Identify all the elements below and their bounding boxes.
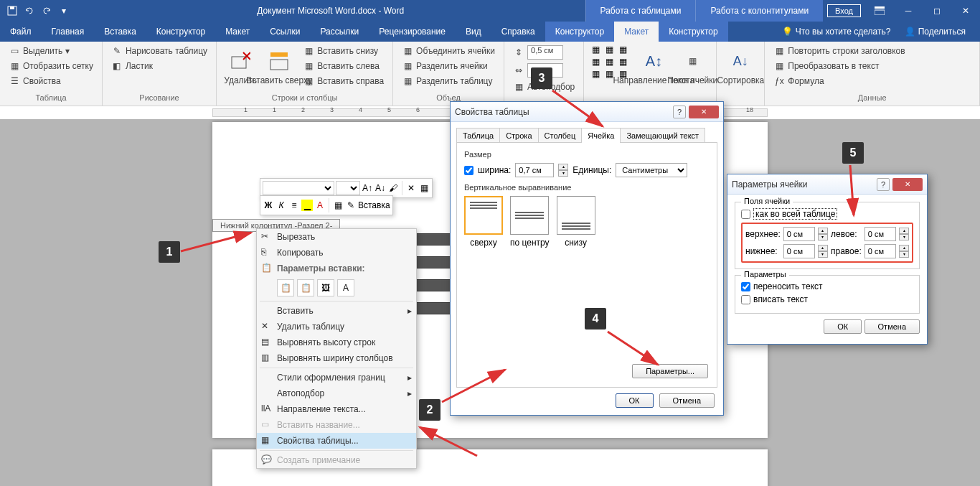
borders-icon[interactable]: ▦ — [332, 200, 344, 211]
valign-bottom[interactable]: снизу — [557, 196, 595, 248]
same-as-table-checkbox[interactable] — [741, 210, 750, 219]
paste-text-icon[interactable]: A — [337, 279, 354, 296]
draw-table-button[interactable]: ✎Нарисовать таблицу — [108, 44, 210, 58]
text-direction-button[interactable]: A↕Направление текста — [636, 44, 672, 91]
tab-review[interactable]: Рецензирование — [369, 22, 456, 42]
split-cells-button[interactable]: ▦Разделить ячейки — [399, 59, 498, 73]
cm-distribute-rows[interactable]: ▤Выровнять высоту строк — [257, 335, 416, 350]
top-spinner[interactable]: ▴▾ — [818, 228, 828, 240]
properties-button[interactable]: ☰Свойства — [6, 74, 96, 88]
right-spinner[interactable]: ▴▾ — [899, 245, 909, 258]
insert-mini-icon[interactable]: ▦ — [418, 182, 430, 194]
cm-text-direction[interactable]: llАНаправление текста... — [257, 401, 416, 417]
tab-view[interactable]: Вид — [456, 22, 491, 42]
left-spinner[interactable]: ▴▾ — [899, 228, 909, 240]
cancel-button[interactable]: Отмена — [659, 393, 715, 408]
font-family-select[interactable] — [263, 181, 334, 195]
paste-keep-formatting-icon[interactable]: 📋 — [277, 279, 294, 296]
insert-below-button[interactable]: ▦Вставить снизу — [300, 44, 387, 58]
fit-text-checkbox[interactable] — [741, 295, 750, 304]
tab-table-layout[interactable]: Макет — [614, 22, 659, 42]
cm-table-properties[interactable]: ▦Свойства таблицы... — [257, 433, 416, 449]
select-button[interactable]: ▭Выделить ▾ — [6, 44, 96, 58]
repeat-headers-button[interactable]: ▦Повторить строки заголовков — [771, 44, 908, 58]
maximize-button[interactable]: ◻ — [923, 0, 951, 22]
insert-left-button[interactable]: ▦Вставить слева — [300, 59, 387, 73]
cm-distribute-cols[interactable]: ▥Выровнять ширину столбцов — [257, 350, 416, 366]
align-mr-icon[interactable]: ▦ — [617, 56, 628, 67]
row-height-input[interactable]: ⇕0,5 см — [510, 44, 578, 61]
wrap-text-checkbox[interactable] — [741, 282, 750, 291]
minimize-button[interactable]: ─ — [894, 0, 923, 22]
align-tl-icon[interactable]: ▦ — [590, 44, 601, 55]
delete-mini-icon[interactable]: ✕ — [405, 182, 417, 194]
view-gridlines-button[interactable]: ▦Отобразить сетку — [6, 59, 96, 73]
save-icon[interactable] — [4, 3, 20, 19]
cm-border-styles[interactable]: Стили оформления границ▸ — [257, 370, 416, 385]
close-icon[interactable]: ✕ — [689, 106, 719, 118]
width-input[interactable] — [515, 163, 554, 177]
tab-insert[interactable]: Вставка — [94, 22, 146, 42]
cm-cut[interactable]: ✂Вырезать — [257, 229, 416, 245]
tab-references[interactable]: Ссылки — [260, 22, 310, 42]
cancel-button[interactable]: Отмена — [864, 319, 920, 334]
merge-cells-button[interactable]: ▦Объединить ячейки — [399, 44, 498, 58]
tab-table-design[interactable]: Конструктор — [545, 22, 614, 42]
tab-design[interactable]: Конструктор — [146, 22, 215, 42]
eraser-button[interactable]: ◧Ластик — [108, 59, 210, 73]
tell-me[interactable]: 💡 Что вы хотите сделать? 👤 Поделиться — [728, 22, 980, 42]
units-select[interactable]: Сантиметры — [616, 163, 687, 177]
width-spinner[interactable]: ▴▾ — [558, 164, 568, 177]
dlg-tab-alt-text[interactable]: Замещающий текст — [620, 128, 705, 143]
close-icon[interactable]: ✕ — [892, 178, 923, 191]
font-color-icon[interactable]: A — [314, 200, 326, 211]
tab-file[interactable]: Файл — [0, 22, 42, 42]
login-button[interactable]: Вход — [827, 4, 861, 17]
qat-dropdown-icon[interactable]: ▾ — [56, 3, 72, 19]
align-tr-icon[interactable]: ▦ — [617, 44, 628, 55]
close-button[interactable]: ✕ — [951, 0, 980, 22]
align-ml-icon[interactable]: ▦ — [590, 56, 601, 67]
cm-autofit[interactable]: Автоподбор▸ — [257, 385, 416, 401]
align-tc-icon[interactable]: ▦ — [603, 44, 615, 55]
insert-above-button[interactable]: Вставить сверху — [261, 44, 297, 91]
align-icon[interactable]: ≡ — [288, 200, 300, 211]
split-table-button[interactable]: ▦Разделить таблицу — [399, 74, 498, 88]
right-margin-input[interactable] — [864, 244, 896, 258]
valign-top[interactable]: сверху — [464, 196, 503, 248]
dialog-titlebar[interactable]: Параметры ячейки ? ✕ — [727, 174, 927, 195]
grow-font-icon[interactable]: A↑ — [362, 182, 373, 194]
valign-center[interactable]: по центру — [510, 196, 550, 248]
help-icon[interactable]: ? — [673, 106, 686, 118]
dlg-tab-row[interactable]: Строка — [499, 128, 538, 143]
ok-button[interactable]: ОК — [616, 393, 654, 408]
help-icon[interactable]: ? — [877, 178, 890, 191]
left-margin-input[interactable] — [864, 227, 896, 241]
highlight-icon[interactable]: ▁ — [301, 200, 313, 211]
bottom-margin-input[interactable] — [783, 244, 815, 258]
share-button[interactable]: 👤 Поделиться — [905, 27, 966, 37]
bold-icon[interactable]: Ж — [263, 200, 274, 211]
cell-margins-button[interactable]: ▦Поля ячейки — [674, 44, 710, 91]
ribbon-options-icon[interactable] — [865, 0, 894, 22]
width-checkbox[interactable] — [464, 166, 473, 175]
cm-copy[interactable]: ⎘Копировать — [257, 245, 416, 261]
ok-button[interactable]: ОК — [824, 319, 862, 334]
shrink-font-icon[interactable]: A↓ — [374, 182, 386, 194]
insert-right-button[interactable]: ▦Вставить справа — [300, 74, 387, 88]
bottom-spinner[interactable]: ▴▾ — [818, 245, 828, 258]
tab-help[interactable]: Справка — [491, 22, 545, 42]
undo-icon[interactable] — [22, 3, 37, 19]
paste-picture-icon[interactable]: 🖼 — [317, 279, 334, 296]
tab-layout[interactable]: Макет — [215, 22, 260, 42]
redo-icon[interactable] — [39, 3, 55, 19]
insert-mini-label[interactable]: Вставка — [358, 200, 390, 210]
tab-header-design[interactable]: Конструктор — [659, 22, 727, 42]
formula-button[interactable]: ƒxФормула — [771, 74, 908, 88]
tab-mailings[interactable]: Рассылки — [310, 22, 369, 42]
tab-home[interactable]: Главная — [42, 22, 95, 42]
italic-icon[interactable]: К — [275, 200, 287, 211]
align-bl-icon[interactable]: ▦ — [590, 68, 601, 80]
align-mc-icon[interactable]: ▦ — [603, 56, 615, 67]
cm-insert[interactable]: Вставить▸ — [257, 303, 416, 319]
